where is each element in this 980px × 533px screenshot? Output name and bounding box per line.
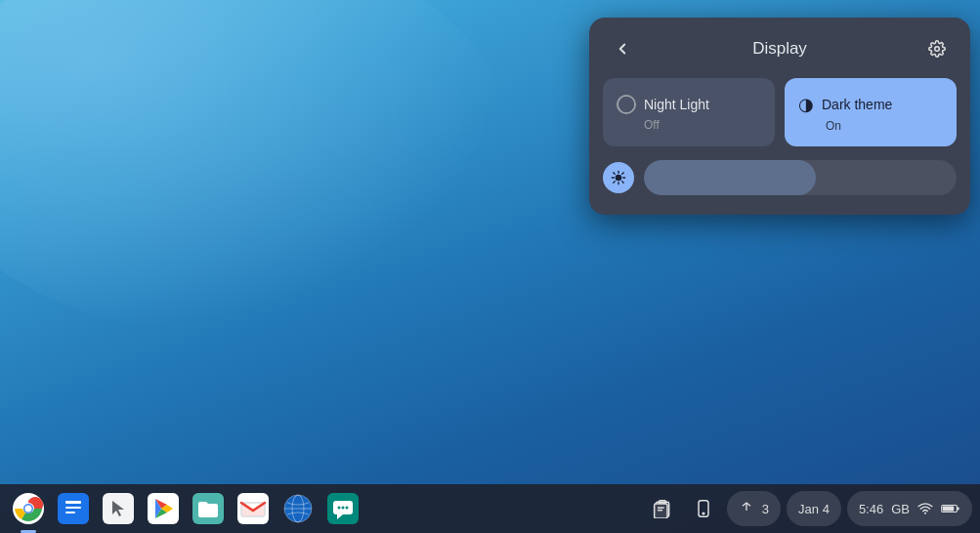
time-text: 5:46 <box>859 502 883 516</box>
night-light-card[interactable]: Night Light Off <box>603 78 775 146</box>
dark-theme-icon: ◑ <box>798 94 814 115</box>
display-panel: Display Night Light Off ◑ Dark theme On <box>589 18 970 215</box>
taskbar-app-play[interactable] <box>143 488 184 529</box>
svg-point-1 <box>616 175 622 182</box>
svg-point-39 <box>703 512 704 514</box>
svg-point-32 <box>346 507 349 510</box>
dark-theme-card[interactable]: ◑ Dark theme On <box>785 78 957 146</box>
svg-line-8 <box>614 182 615 183</box>
taskbar-app-chrome[interactable] <box>8 488 49 529</box>
taskbar-system: 3 Jan 4 5:46 GB <box>645 491 972 526</box>
svg-point-0 <box>935 47 940 52</box>
dark-theme-status: On <box>798 119 943 133</box>
svg-point-41 <box>924 512 926 514</box>
svg-line-9 <box>622 173 623 174</box>
notification-count: 3 <box>762 502 769 516</box>
battery-icon <box>941 501 960 516</box>
night-light-status: Off <box>617 118 761 132</box>
svg-point-31 <box>342 507 345 510</box>
taskbar-app-earth[interactable] <box>277 488 319 529</box>
date-text: Jan 4 <box>798 502 830 516</box>
svg-line-4 <box>614 173 615 174</box>
brightness-slider[interactable] <box>644 160 957 195</box>
night-light-label: Night Light <box>644 97 709 112</box>
taskbar: 3 Jan 4 5:46 GB <box>0 484 980 533</box>
back-button[interactable] <box>605 31 640 66</box>
brightness-icon <box>603 162 634 193</box>
dark-theme-label: Dark theme <box>822 97 892 112</box>
system-status-pill[interactable]: 5:46 GB <box>847 491 972 526</box>
svg-rect-14 <box>65 501 81 504</box>
taskbar-app-docs[interactable] <box>53 488 94 529</box>
svg-point-12 <box>25 506 32 512</box>
svg-line-5 <box>622 182 623 183</box>
phone-button[interactable] <box>686 491 721 526</box>
taskbar-apps <box>8 488 643 529</box>
taskbar-app-hangouts[interactable] <box>322 488 363 529</box>
taskbar-app-gmail[interactable] <box>233 488 274 529</box>
svg-point-30 <box>338 507 341 510</box>
clipboard-button[interactable] <box>645 491 680 526</box>
wifi-icon <box>917 501 933 516</box>
panel-settings-button[interactable] <box>919 31 955 66</box>
svg-rect-44 <box>957 508 959 511</box>
taskbar-app-files[interactable] <box>188 488 229 529</box>
dark-theme-card-top: ◑ Dark theme <box>798 94 943 115</box>
night-light-icon <box>617 95 636 114</box>
brightness-fill <box>644 160 816 195</box>
panel-title: Display <box>640 39 919 59</box>
notification-pill[interactable]: 3 <box>727 491 781 526</box>
brightness-row <box>589 160 970 195</box>
night-light-card-top: Night Light <box>617 95 761 114</box>
svg-rect-16 <box>65 512 75 513</box>
network-label: GB <box>891 502 910 516</box>
svg-rect-35 <box>655 504 667 518</box>
date-display[interactable]: Jan 4 <box>787 491 841 526</box>
svg-rect-43 <box>943 507 954 512</box>
taskbar-app-cursor[interactable] <box>98 488 139 529</box>
svg-rect-15 <box>65 507 81 509</box>
panel-cards: Night Light Off ◑ Dark theme On <box>589 78 970 160</box>
panel-header: Display <box>589 18 970 78</box>
